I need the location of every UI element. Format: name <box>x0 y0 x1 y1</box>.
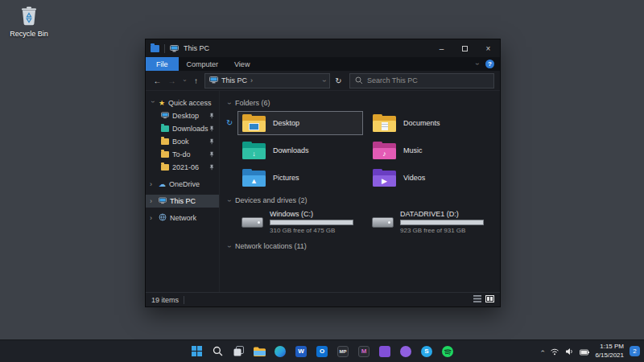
group-header-drives[interactable]: › Devices and drives (2) <box>228 195 495 206</box>
pin-icon <box>208 113 215 121</box>
pin-icon <box>208 164 215 172</box>
documents-folder-icon <box>373 114 396 132</box>
group-label: Devices and drives (2) <box>235 196 308 204</box>
outlook-icon[interactable]: O <box>316 344 329 358</box>
drive-tile-d[interactable]: DATADRIVE1 (D:) 923 GB free of 931 GB <box>368 208 493 236</box>
notification-count-badge[interactable]: 2 <box>630 346 640 356</box>
taskbar-clock[interactable]: 1:15 PM 6/15/2021 <box>595 343 624 360</box>
address-dropdown-icon[interactable]: › <box>320 80 328 82</box>
hidden-icons-chevron-icon[interactable]: › <box>539 350 547 352</box>
group-header-folders[interactable]: › Folders (6) <box>228 97 495 109</box>
drive-name: DATADRIVE1 (D:) <box>400 210 484 218</box>
folder-icon <box>161 138 169 145</box>
sidebar-item-onedrive[interactable]: › ☁ OneDrive <box>146 178 219 191</box>
sidebar-item-quick-access[interactable]: › ★ Quick access <box>146 97 219 109</box>
store-app-icon[interactable] <box>378 344 392 358</box>
up-button[interactable]: ↑ <box>190 76 202 85</box>
ribbon-menubar: File Computer View › ? <box>146 57 500 71</box>
mail-app-icon[interactable]: M <box>357 344 371 358</box>
start-button[interactable] <box>190 344 204 358</box>
details-view-button[interactable] <box>473 295 481 304</box>
chevron-down-icon[interactable]: › <box>149 101 156 106</box>
minimize-button[interactable]: – <box>430 39 453 57</box>
sidebar-item-network[interactable]: › Network <box>146 212 219 224</box>
network-icon[interactable] <box>550 344 559 359</box>
battery-icon[interactable] <box>580 344 589 359</box>
sidebar-item-label: OneDrive <box>169 180 200 188</box>
chevron-right-icon[interactable]: › <box>150 215 155 222</box>
folder-tile-desktop[interactable]: ↻ Desktop <box>237 111 363 135</box>
folder-icon <box>161 151 169 158</box>
quick-access-star-icon: ★ <box>159 100 165 107</box>
large-icons-view-button[interactable] <box>485 295 494 304</box>
folder-name: Videos <box>403 174 425 182</box>
search-icon <box>355 73 363 88</box>
skype-icon[interactable]: S <box>420 344 434 358</box>
folder-name: Music <box>403 146 423 154</box>
collapse-group-icon[interactable]: › <box>225 102 233 105</box>
pin-icon <box>208 138 215 146</box>
edge-icon[interactable] <box>274 344 287 358</box>
sidebar-item-this-pc[interactable]: › This PC <box>146 195 219 208</box>
chevron-right-icon[interactable]: › <box>150 198 155 205</box>
folder-tile-music[interactable]: ♪ Music <box>368 138 493 162</box>
search-input[interactable] <box>367 76 489 84</box>
status-divider <box>184 296 184 304</box>
breadcrumb[interactable]: This PC <box>221 76 247 84</box>
address-bar[interactable]: This PC › › <box>204 73 330 88</box>
clock-date: 6/15/2021 <box>595 352 624 360</box>
breadcrumb-chevron-icon[interactable]: › <box>250 77 253 84</box>
sidebar-item-desktop[interactable]: Desktop <box>146 109 219 122</box>
sidebar-item-label: Quick access <box>168 99 212 107</box>
sidebar-item-label: Desktop <box>172 112 199 120</box>
word-icon[interactable]: W <box>295 344 308 358</box>
videos-folder-icon: ▶ <box>373 169 396 187</box>
volume-icon[interactable] <box>565 344 574 359</box>
group-header-network-locations[interactable]: › Network locations (11) <box>228 241 495 252</box>
task-view-icon[interactable] <box>232 344 246 358</box>
sidebar-item-label: Book <box>172 138 189 146</box>
explorer-app-icon <box>151 45 159 52</box>
maximize-button[interactable] <box>453 39 477 57</box>
back-button[interactable]: ← <box>151 76 163 85</box>
collapse-group-icon[interactable]: › <box>225 200 233 202</box>
chat-app-icon[interactable] <box>399 344 413 358</box>
file-explorer-icon[interactable] <box>253 344 266 358</box>
navigation-pane: › ★ Quick access Desktop Downloads <box>146 91 220 292</box>
media-player-icon[interactable]: MP <box>336 344 350 358</box>
close-button[interactable]: × <box>477 39 500 57</box>
recycle-bin-desktop-icon[interactable]: Recycle Bin <box>6 5 52 38</box>
drive-tile-c[interactable]: Windows (C:) 310 GB free of 475 GB <box>237 208 363 236</box>
folder-tile-pictures[interactable]: ▲ Pictures <box>237 166 363 190</box>
chevron-right-icon[interactable]: › <box>150 181 155 188</box>
recycle-bin-icon <box>20 14 38 28</box>
this-pc-mini-icon <box>170 41 179 56</box>
close-icon: × <box>486 44 491 53</box>
title-bar[interactable]: This PC – × <box>146 39 500 57</box>
sidebar-item-book[interactable]: Book <box>146 135 219 148</box>
taskbar-search-icon[interactable] <box>211 344 225 358</box>
sidebar-item-2021-06[interactable]: 2021-06 <box>146 161 219 174</box>
folder-tile-documents[interactable]: Documents <box>368 111 493 135</box>
search-box[interactable] <box>349 73 494 88</box>
folder-tile-videos[interactable]: ▶ Videos <box>368 166 493 190</box>
sidebar-item-label: Network <box>170 214 196 222</box>
sidebar-item-downloads[interactable]: Downloads <box>146 122 219 135</box>
this-pc-mini-icon <box>209 76 218 85</box>
refresh-button[interactable]: ↻ <box>332 76 345 85</box>
help-button[interactable]: ? <box>485 60 494 68</box>
computer-menu-tab[interactable]: Computer <box>179 57 227 71</box>
this-pc-icon <box>159 197 167 206</box>
recent-locations-icon[interactable]: › <box>181 77 188 84</box>
sidebar-item-to-do[interactable]: To-do <box>146 148 219 161</box>
window-title: This PC <box>184 44 209 52</box>
pictures-folder-icon: ▲ <box>242 169 266 187</box>
collapse-group-icon[interactable]: › <box>225 245 233 248</box>
expand-ribbon-icon[interactable]: › <box>473 63 481 65</box>
view-menu-tab[interactable]: View <box>226 57 258 71</box>
folder-tile-downloads[interactable]: ↓ Downloads <box>237 138 363 162</box>
file-menu[interactable]: File <box>146 57 179 71</box>
spotify-icon[interactable] <box>441 344 455 358</box>
forward-button[interactable]: → <box>166 76 178 85</box>
hard-drive-icon <box>242 217 263 228</box>
